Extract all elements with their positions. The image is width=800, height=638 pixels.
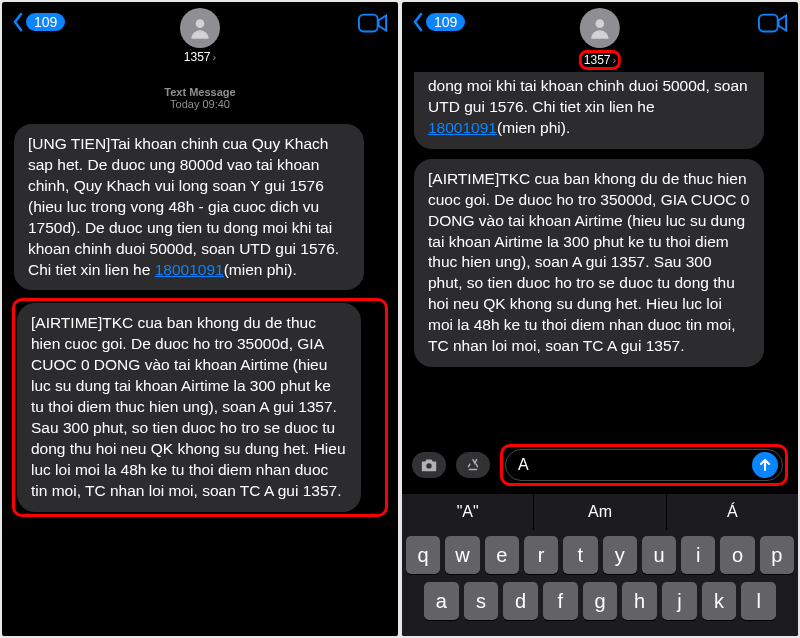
key-p[interactable]: p bbox=[760, 536, 794, 574]
key-a[interactable]: a bbox=[424, 582, 459, 620]
key-w[interactable]: w bbox=[445, 536, 479, 574]
keyboard: qwertyuiop asdfghjkl bbox=[402, 530, 798, 636]
key-g[interactable]: g bbox=[583, 582, 618, 620]
key-t[interactable]: t bbox=[563, 536, 597, 574]
message-input[interactable]: A bbox=[505, 449, 783, 481]
highlight-annotation: 1357 › bbox=[579, 50, 621, 70]
phone-link[interactable]: 18001091 bbox=[155, 261, 224, 278]
key-f[interactable]: f bbox=[543, 582, 578, 620]
key-q[interactable]: q bbox=[406, 536, 440, 574]
svg-point-2 bbox=[596, 19, 605, 28]
timestamp-label: Text Message Today 09:40 bbox=[14, 86, 386, 110]
message-bubble[interactable]: [UNG TIEN]Tai khoan chinh cua Quy Khach … bbox=[14, 124, 364, 290]
key-j[interactable]: j bbox=[662, 582, 697, 620]
key-s[interactable]: s bbox=[464, 582, 499, 620]
key-y[interactable]: y bbox=[603, 536, 637, 574]
send-button[interactable] bbox=[752, 452, 778, 478]
appstore-button[interactable] bbox=[456, 452, 490, 478]
message-list: dong moi khi tai khoan chinh duoi 5000d,… bbox=[402, 72, 798, 438]
header: 109 1357 › bbox=[2, 2, 398, 72]
key-l[interactable]: l bbox=[741, 582, 776, 620]
svg-point-4 bbox=[426, 463, 431, 468]
suggestion[interactable]: Am bbox=[534, 494, 666, 530]
key-i[interactable]: i bbox=[681, 536, 715, 574]
contact-name: 1357 bbox=[584, 53, 611, 67]
compose-bar: A bbox=[402, 438, 798, 494]
contact-name: 1357 bbox=[184, 50, 211, 64]
camera-button[interactable] bbox=[412, 452, 446, 478]
back-button[interactable]: 109 bbox=[12, 12, 65, 32]
message-bubble[interactable]: [AIRTIME]TKC cua ban khong du de thuc hi… bbox=[17, 303, 361, 511]
chevron-left-icon bbox=[412, 12, 424, 32]
header: 109 1357 › bbox=[402, 2, 798, 72]
chevron-right-icon: › bbox=[213, 51, 217, 63]
key-k[interactable]: k bbox=[702, 582, 737, 620]
key-r[interactable]: r bbox=[524, 536, 558, 574]
chevron-right-icon: › bbox=[613, 54, 617, 66]
key-o[interactable]: o bbox=[720, 536, 754, 574]
back-button[interactable]: 109 bbox=[412, 12, 465, 32]
facetime-button[interactable] bbox=[358, 12, 388, 38]
unread-badge: 109 bbox=[426, 13, 465, 31]
suggestion[interactable]: "A" bbox=[402, 494, 534, 530]
phone-link[interactable]: 18001091 bbox=[428, 119, 497, 136]
message-list: Text Message Today 09:40 [UNG TIEN]Tai k… bbox=[2, 72, 398, 636]
key-h[interactable]: h bbox=[622, 582, 657, 620]
key-e[interactable]: e bbox=[485, 536, 519, 574]
message-bubble[interactable]: [AIRTIME]TKC cua ban khong du de thuc hi… bbox=[414, 159, 764, 367]
svg-rect-1 bbox=[359, 15, 378, 32]
avatar bbox=[580, 8, 620, 48]
message-bubble[interactable]: dong moi khi tai khoan chinh duoi 5000d,… bbox=[414, 72, 764, 149]
svg-point-0 bbox=[196, 19, 205, 28]
keyboard-suggestions: "A" Am Á bbox=[402, 494, 798, 530]
highlight-annotation: [AIRTIME]TKC cua ban khong du de thuc hi… bbox=[12, 298, 388, 516]
unread-badge: 109 bbox=[26, 13, 65, 31]
suggestion[interactable]: Á bbox=[667, 494, 798, 530]
key-d[interactable]: d bbox=[503, 582, 538, 620]
contact-header[interactable]: 1357 › bbox=[180, 8, 220, 64]
chevron-left-icon bbox=[12, 12, 24, 32]
phone-right: 109 1357 › dong moi khi tai khoan chinh … bbox=[402, 2, 798, 636]
phone-left: 109 1357 › Text Message Today 09:40 [UNG… bbox=[2, 2, 398, 636]
facetime-button[interactable] bbox=[758, 12, 788, 38]
highlight-annotation: A bbox=[500, 444, 788, 486]
contact-header[interactable]: 1357 › bbox=[579, 8, 621, 70]
key-u[interactable]: u bbox=[642, 536, 676, 574]
svg-rect-3 bbox=[759, 15, 778, 32]
avatar bbox=[180, 8, 220, 48]
